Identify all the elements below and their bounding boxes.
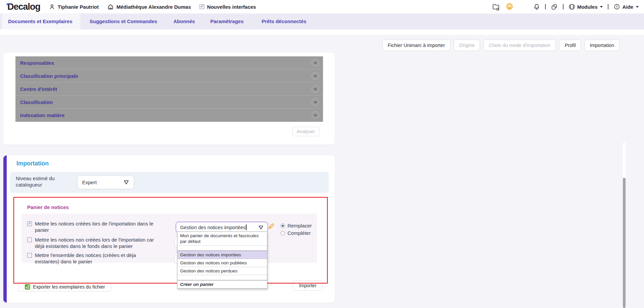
checkbox-row-notices-non-creees[interactable]: Mettre les notices non créées lors de l'…: [27, 237, 160, 249]
cataloguer-level-select[interactable]: Expert: [77, 175, 134, 189]
accordion-label: Centre d'intérêt: [20, 86, 57, 92]
accordion-label: Responsables: [20, 60, 54, 66]
panier-combo-value: Gestion des notices importées: [180, 225, 246, 230]
checkbox-label: Mettre l'ensemble des notices (créées et…: [35, 252, 160, 265]
chevron-down-circle-icon[interactable]: [312, 85, 319, 93]
ensemble-notices-checkbox[interactable]: [27, 253, 32, 258]
dropdown-option-gestion-non-publiees[interactable]: Gestion des notices non publiées: [177, 259, 267, 267]
tab-documents-et-exemplaires[interactable]: Documents et Exemplaires: [8, 13, 72, 30]
accordion-centre-interet[interactable]: Centre d'intérêt: [15, 83, 323, 96]
dropdown-empty-row: [177, 275, 267, 280]
svg-text:x: x: [25, 285, 28, 289]
cataloguer-level-panel: Niveau estimé du catalogueur Expert: [10, 172, 329, 193]
analyser-button: Analyser: [292, 127, 319, 136]
chevron-down-circle-icon[interactable]: [312, 111, 319, 119]
step-origine-button: Origine: [454, 40, 480, 51]
main-tab-bar: Documents et Exemplaires Suggestions et …: [0, 13, 644, 30]
analysis-card: Responsables Classification principale C…: [3, 53, 335, 145]
separator: [563, 4, 564, 9]
accordion-indexation-matiere[interactable]: Indexation matière: [15, 109, 323, 122]
importation-title: Importation: [16, 160, 49, 167]
text-cursor: [246, 224, 247, 230]
accordion-label: Classification: [20, 99, 53, 105]
separator: [545, 4, 546, 9]
scrollbar-thumb[interactable]: [623, 178, 626, 308]
modules-menu[interactable]: Modules: [569, 3, 603, 10]
tab-parametrages[interactable]: Paramétrages: [210, 13, 244, 30]
exporter-exemplaires-button[interactable]: x Exporter les exemplaires du fichier: [18, 282, 111, 292]
step-importation-button[interactable]: Importation: [584, 40, 620, 51]
modules-label: Modules: [577, 4, 598, 10]
dropdown-creer-un-panier[interactable]: Créer un panier: [177, 280, 267, 289]
notifications-bell-icon[interactable]: [533, 3, 540, 10]
accordion-responsables[interactable]: Responsables: [15, 56, 323, 69]
accordion-classification[interactable]: Classification: [15, 96, 323, 109]
current-library[interactable]: Médiathèque Alexandre Dumas: [107, 4, 191, 10]
export-button-label: Exporter les exemplaires du fichier: [33, 284, 105, 290]
tab-prets-deconnectes[interactable]: Prêts déconnectés: [262, 13, 306, 30]
notices-non-creees-checkbox[interactable]: [27, 238, 32, 242]
aide-menu[interactable]: Aide: [613, 3, 639, 10]
step-profil-button[interactable]: Profil: [559, 40, 581, 51]
edit-pencil-icon[interactable]: [267, 222, 275, 230]
library-icon: [107, 4, 114, 10]
accordion-group-disabled: Responsables Classification principale C…: [15, 56, 323, 122]
radio-row-remplacer[interactable]: Remplacer: [280, 223, 312, 228]
dropdown-option-gestion-perdues[interactable]: Gestion des notices perdues: [177, 267, 267, 275]
decalog-app: Decalog Tiphanie Pautriot Médiathèque Al…: [0, 0, 644, 308]
user-icon: [49, 4, 55, 10]
current-user[interactable]: Tiphanie Pautriot: [49, 4, 99, 10]
chevron-down-circle-icon[interactable]: [312, 98, 319, 106]
importation-card: Importation Niveau estimé du catalogueur…: [3, 155, 335, 303]
completer-radio[interactable]: [280, 231, 285, 236]
folder-cloud-icon[interactable]: [492, 3, 500, 10]
notices-creees-checkbox[interactable]: [27, 221, 32, 226]
chevron-down-circle-icon[interactable]: [312, 59, 319, 66]
modules-icon: [569, 3, 575, 10]
chevron-down-icon: [636, 6, 639, 8]
new-interfaces-toggle[interactable]: Nouvelles interfaces: [200, 4, 256, 10]
chevron-down-icon: [600, 6, 603, 8]
panier-dropdown-list: Mon panier de documents et fascicules pa…: [177, 232, 267, 289]
separator: [608, 4, 608, 9]
tab-suggestions-et-commandes[interactable]: Suggestions et Commandes: [90, 13, 157, 30]
help-icon: [613, 3, 620, 10]
new-interfaces-checkbox[interactable]: [200, 4, 204, 9]
dropdown-option-gestion-importees[interactable]: Gestion des notices importées: [177, 251, 267, 259]
chevron-down-circle-icon[interactable]: [312, 72, 319, 80]
broadcast-icon[interactable]: [505, 2, 514, 11]
checkbox-label: Mettre les notices non créées lors de l'…: [35, 237, 160, 249]
dropdown-empty-row: [177, 246, 267, 251]
decalog-logo[interactable]: Decalog: [6, 2, 40, 12]
step-fichier-unimarc-button[interactable]: Fichier Unimarc à importer: [382, 40, 450, 51]
aide-label: Aide: [622, 4, 633, 10]
link-pages-icon[interactable]: [551, 3, 558, 10]
checkbox-label: Mettre les notices créées lors de l'impo…: [35, 221, 160, 233]
accordion-classification-principale[interactable]: Classification principale: [15, 69, 323, 83]
panier-de-notices-title: Panier de notices: [27, 204, 69, 210]
checkbox-row-notices-creees[interactable]: Mettre les notices créées lors de l'impo…: [27, 221, 160, 233]
remplacer-radio[interactable]: [280, 223, 285, 228]
user-name: Tiphanie Pautriot: [58, 4, 99, 10]
radio-row-completer[interactable]: Compléter: [280, 230, 311, 236]
importer-button[interactable]: Importer: [292, 280, 323, 291]
accordion-label: Classification principale: [20, 73, 78, 79]
import-wizard-steps: Fichier Unimarc à importer Origine Choix…: [382, 40, 620, 51]
accordion-label: Indexation matière: [20, 112, 65, 118]
radio-label: Compléter: [287, 230, 311, 236]
library-name: Médiathèque Alexandre Dumas: [116, 4, 191, 10]
cataloguer-level-value: Expert: [82, 179, 97, 185]
checkbox-row-ensemble-notices[interactable]: Mettre l'ensemble des notices (créées et…: [27, 252, 160, 265]
excel-icon: x: [24, 284, 31, 290]
new-interfaces-label: Nouvelles interfaces: [207, 4, 256, 10]
triangle-down-icon: [123, 180, 129, 185]
top-bar: Decalog Tiphanie Pautriot Médiathèque Al…: [0, 0, 644, 13]
cataloguer-level-label: Niveau estimé du catalogueur: [16, 175, 63, 188]
step-choix-mode-button: Choix du mode d'importation: [483, 40, 556, 51]
logo-text: Decalog: [7, 2, 40, 12]
dropdown-option-default[interactable]: Mon panier de documents et fascicules pa…: [177, 232, 267, 246]
tabbar-bottom-band: [0, 30, 644, 35]
triangle-down-icon[interactable]: [258, 225, 264, 230]
tab-abonnes[interactable]: Abonnés: [173, 13, 195, 30]
radio-label: Remplacer: [287, 223, 312, 228]
